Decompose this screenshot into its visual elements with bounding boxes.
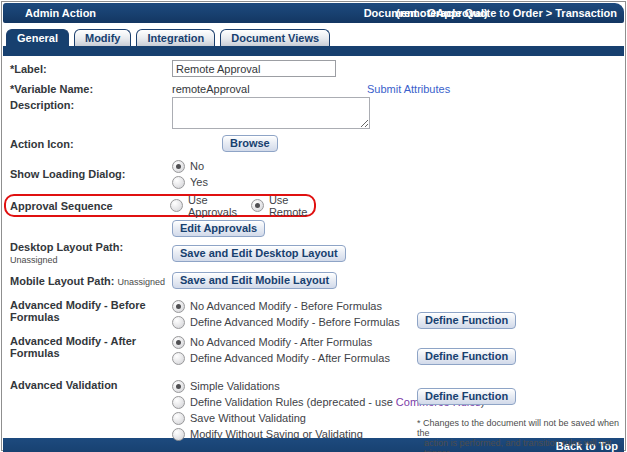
radio-simple-validations[interactable] — [172, 380, 185, 393]
tab-integration[interactable]: Integration — [136, 29, 215, 46]
radio-use-remote[interactable] — [251, 199, 264, 212]
mobile-layout-label: Mobile Layout Path: Unassigned — [10, 275, 172, 287]
tab-general[interactable]: General — [6, 29, 69, 46]
radio-modify-without-saving[interactable] — [172, 428, 185, 441]
admin-action-page: Admin Action (remoteApproval) Document :… — [1, 1, 626, 451]
define-function-before-button[interactable]: Define Function — [417, 312, 516, 329]
radio-label: Define Advanced Modify - Before Formulas — [190, 316, 400, 328]
desktop-layout-row: Desktop Layout Path: Unassigned Save and… — [10, 241, 625, 265]
label-input[interactable] — [172, 60, 336, 77]
adv-validation-label: Advanced Validation — [10, 378, 172, 391]
tab-modify[interactable]: Modify — [74, 29, 131, 46]
approval-sequence-row: Approval Sequence Use Approvals Use Remo… — [10, 194, 625, 217]
page-title: Admin Action — [25, 7, 96, 19]
tab-bar: General Modify Integration Document View… — [6, 29, 625, 46]
define-function-validation-button[interactable]: Define Function — [417, 388, 516, 405]
radio-save-without-validating[interactable] — [172, 412, 185, 425]
radio-label: No Advanced Modify - After Formulas — [190, 336, 372, 348]
radio-label: Save Without Validating — [190, 412, 306, 424]
description-row: Description: — [10, 97, 625, 129]
browse-button[interactable]: Browse — [222, 135, 278, 152]
adv-modify-before-label: Advanced Modify - Before Formulas — [10, 298, 172, 323]
desktop-layout-value: Unassigned — [10, 255, 58, 265]
save-edit-desktop-layout-button[interactable]: Save and Edit Desktop Layout — [172, 245, 346, 262]
tab-document-views[interactable]: Document Views — [220, 29, 330, 46]
radio-define-adv-modify-before[interactable] — [172, 316, 185, 329]
define-function-after-button[interactable]: Define Function — [417, 348, 516, 365]
save-edit-mobile-layout-button[interactable]: Save and Edit Mobile Layout — [172, 272, 337, 289]
action-icon-row: Action Icon: Browse — [10, 135, 625, 152]
variable-name-label: *Variable Name: — [10, 83, 172, 95]
label-row: *Label: — [10, 60, 625, 77]
radio-label: Simple Validations — [190, 380, 280, 392]
adv-modify-before-options: No Advanced Modify - Before Formulas Def… — [172, 298, 400, 330]
show-loading-options: No Yes — [172, 158, 208, 190]
variable-name-value: remoteApproval — [172, 83, 367, 95]
radio-define-adv-modify-after[interactable] — [172, 352, 185, 365]
radio-label: Use Approvals — [188, 194, 237, 218]
header-divider-bar — [3, 46, 624, 56]
edit-approvals-row: Edit Approvals — [10, 220, 625, 237]
desktop-layout-label: Desktop Layout Path: Unassigned — [10, 241, 172, 265]
show-loading-row: Show Loading Dialog: No Yes — [10, 158, 625, 190]
mobile-layout-value: Unassigned — [118, 277, 166, 287]
label-field-label: *Label: — [10, 63, 172, 75]
approval-sequence-label: Approval Sequence — [10, 200, 170, 212]
adv-validation-row: Advanced Validation Simple Validations D… — [10, 378, 625, 438]
page-header: Admin Action (remoteApproval) Document :… — [3, 3, 624, 23]
adv-modify-after-label: Advanced Modify - After Formulas — [10, 334, 172, 359]
radio-label: Define Advanced Modify - After Formulas — [190, 352, 390, 364]
radio-show-loading-no[interactable] — [172, 160, 185, 173]
radio-use-approvals[interactable] — [170, 199, 183, 212]
action-icon-label: Action Icon: — [10, 138, 172, 150]
adv-modify-before-row: Advanced Modify - Before Formulas No Adv… — [10, 298, 625, 330]
adv-modify-after-options: No Advanced Modify - After Formulas Defi… — [172, 334, 390, 366]
header-document-context: Document : Oracle Quote to Order > Trans… — [364, 7, 617, 19]
adv-modify-after-row: Advanced Modify - After Formulas No Adva… — [10, 334, 625, 366]
radio-no-adv-modify-before[interactable] — [172, 300, 185, 313]
variable-name-row: *Variable Name: remoteApproval Submit At… — [10, 83, 625, 95]
radio-define-validation-rules[interactable] — [172, 396, 185, 409]
general-form: *Label: *Variable Name: remoteApproval S… — [2, 60, 625, 438]
radio-label: Use Remote — [269, 194, 310, 218]
submit-attributes-link[interactable]: Submit Attributes — [367, 83, 450, 95]
edit-approvals-button[interactable]: Edit Approvals — [172, 220, 265, 237]
description-textarea[interactable] — [172, 97, 370, 129]
radio-label: Modify Without Saving or Validating — [190, 428, 363, 440]
footnote: * Changes to the document will not be sa… — [417, 418, 627, 452]
radio-label: Yes — [190, 176, 208, 188]
radio-label: No Advanced Modify - Before Formulas — [190, 300, 382, 312]
radio-no-adv-modify-after[interactable] — [172, 336, 185, 349]
radio-label: No — [190, 160, 204, 172]
show-loading-label: Show Loading Dialog: — [10, 168, 172, 180]
approval-sequence-highlight: Approval Sequence Use Approvals Use Remo… — [4, 194, 316, 217]
radio-show-loading-yes[interactable] — [172, 176, 185, 189]
mobile-layout-row: Mobile Layout Path: Unassigned Save and … — [10, 272, 625, 289]
description-label: Description: — [10, 97, 172, 111]
